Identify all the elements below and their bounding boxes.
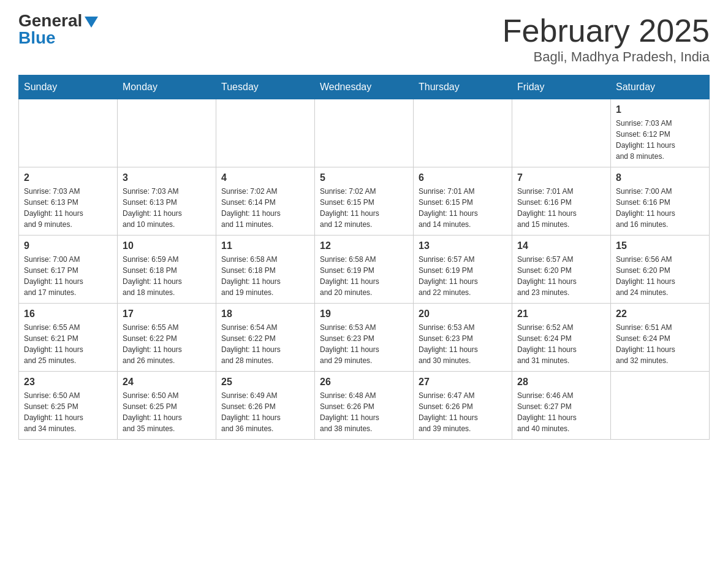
day-info: Sunrise: 6:58 AM Sunset: 6:19 PM Dayligh… bbox=[320, 254, 408, 298]
header-wednesday: Wednesday bbox=[315, 75, 414, 99]
day-number: 6 bbox=[419, 172, 507, 183]
day-info: Sunrise: 7:02 AM Sunset: 6:14 PM Dayligh… bbox=[221, 186, 309, 230]
calendar-cell-w3-d4: 13Sunrise: 6:57 AM Sunset: 6:19 PM Dayli… bbox=[414, 236, 512, 304]
calendar-cell-w4-d6: 22Sunrise: 6:51 AM Sunset: 6:24 PM Dayli… bbox=[611, 304, 710, 372]
day-number: 22 bbox=[616, 308, 704, 320]
day-number: 27 bbox=[419, 377, 507, 388]
day-number: 1 bbox=[616, 104, 704, 115]
day-info: Sunrise: 6:46 AM Sunset: 6:27 PM Dayligh… bbox=[517, 390, 605, 434]
day-info: Sunrise: 6:51 AM Sunset: 6:24 PM Dayligh… bbox=[616, 322, 704, 366]
calendar-cell-w2-d0: 2Sunrise: 7:03 AM Sunset: 6:13 PM Daylig… bbox=[19, 167, 118, 236]
calendar-cell-w4-d4: 20Sunrise: 6:53 AM Sunset: 6:23 PM Dayli… bbox=[414, 304, 512, 372]
calendar-cell-w3-d3: 12Sunrise: 6:58 AM Sunset: 6:19 PM Dayli… bbox=[315, 236, 414, 304]
calendar-cell-w3-d2: 11Sunrise: 6:58 AM Sunset: 6:18 PM Dayli… bbox=[216, 236, 315, 304]
day-number: 21 bbox=[517, 308, 605, 320]
calendar-cell-w3-d0: 9Sunrise: 7:00 AM Sunset: 6:17 PM Daylig… bbox=[19, 236, 118, 304]
day-info: Sunrise: 6:50 AM Sunset: 6:25 PM Dayligh… bbox=[24, 390, 112, 434]
calendar-cell-w5-d4: 27Sunrise: 6:47 AM Sunset: 6:26 PM Dayli… bbox=[414, 372, 512, 440]
week-row-2: 2Sunrise: 7:03 AM Sunset: 6:13 PM Daylig… bbox=[19, 167, 710, 236]
day-info: Sunrise: 6:59 AM Sunset: 6:18 PM Dayligh… bbox=[123, 254, 211, 298]
day-number: 16 bbox=[24, 308, 112, 320]
calendar-cell-w4-d3: 19Sunrise: 6:53 AM Sunset: 6:23 PM Dayli… bbox=[315, 304, 414, 372]
day-info: Sunrise: 7:02 AM Sunset: 6:15 PM Dayligh… bbox=[320, 186, 408, 230]
calendar-cell-w4-d1: 17Sunrise: 6:55 AM Sunset: 6:22 PM Dayli… bbox=[118, 304, 216, 372]
week-row-3: 9Sunrise: 7:00 AM Sunset: 6:17 PM Daylig… bbox=[19, 236, 710, 304]
week-row-1: 1Sunrise: 7:03 AM Sunset: 6:12 PM Daylig… bbox=[19, 99, 710, 167]
week-row-5: 23Sunrise: 6:50 AM Sunset: 6:25 PM Dayli… bbox=[19, 372, 710, 440]
calendar-cell-w1-d3 bbox=[315, 99, 414, 167]
day-info: Sunrise: 6:58 AM Sunset: 6:18 PM Dayligh… bbox=[221, 254, 309, 298]
day-number: 11 bbox=[221, 240, 309, 251]
title-block: February 2025 Bagli, Madhya Pradesh, Ind… bbox=[502, 12, 710, 65]
day-number: 26 bbox=[320, 377, 408, 388]
calendar-cell-w5-d2: 25Sunrise: 6:49 AM Sunset: 6:26 PM Dayli… bbox=[216, 372, 315, 440]
day-number: 13 bbox=[419, 240, 507, 251]
header-tuesday: Tuesday bbox=[216, 75, 315, 99]
day-info: Sunrise: 6:55 AM Sunset: 6:22 PM Dayligh… bbox=[123, 322, 211, 366]
day-info: Sunrise: 7:00 AM Sunset: 6:16 PM Dayligh… bbox=[616, 186, 704, 230]
day-number: 23 bbox=[24, 377, 112, 388]
day-info: Sunrise: 6:48 AM Sunset: 6:26 PM Dayligh… bbox=[320, 390, 408, 434]
header-thursday: Thursday bbox=[414, 75, 512, 99]
day-info: Sunrise: 7:03 AM Sunset: 6:12 PM Dayligh… bbox=[616, 118, 704, 162]
day-number: 15 bbox=[616, 240, 704, 251]
day-info: Sunrise: 6:47 AM Sunset: 6:26 PM Dayligh… bbox=[419, 390, 507, 434]
day-info: Sunrise: 6:56 AM Sunset: 6:20 PM Dayligh… bbox=[616, 254, 704, 298]
logo-blue-text: Blue bbox=[18, 29, 56, 47]
day-info: Sunrise: 7:03 AM Sunset: 6:13 PM Dayligh… bbox=[24, 186, 112, 230]
day-info: Sunrise: 6:49 AM Sunset: 6:26 PM Dayligh… bbox=[221, 390, 309, 434]
day-info: Sunrise: 6:55 AM Sunset: 6:21 PM Dayligh… bbox=[24, 322, 112, 366]
day-info: Sunrise: 7:01 AM Sunset: 6:16 PM Dayligh… bbox=[517, 186, 605, 230]
day-info: Sunrise: 6:57 AM Sunset: 6:19 PM Dayligh… bbox=[419, 254, 507, 298]
day-info: Sunrise: 6:52 AM Sunset: 6:24 PM Dayligh… bbox=[517, 322, 605, 366]
day-number: 19 bbox=[320, 308, 408, 320]
logo-general-text: General bbox=[18, 12, 82, 29]
day-number: 4 bbox=[221, 172, 309, 183]
day-info: Sunrise: 7:03 AM Sunset: 6:13 PM Dayligh… bbox=[123, 186, 211, 230]
calendar-cell-w5-d1: 24Sunrise: 6:50 AM Sunset: 6:25 PM Dayli… bbox=[118, 372, 216, 440]
day-number: 25 bbox=[221, 377, 309, 388]
calendar-cell-w4-d2: 18Sunrise: 6:54 AM Sunset: 6:22 PM Dayli… bbox=[216, 304, 315, 372]
calendar-cell-w2-d4: 6Sunrise: 7:01 AM Sunset: 6:15 PM Daylig… bbox=[414, 167, 512, 236]
calendar-cell-w1-d4 bbox=[414, 99, 512, 167]
calendar-cell-w1-d0 bbox=[19, 99, 118, 167]
day-number: 9 bbox=[24, 240, 112, 251]
day-number: 20 bbox=[419, 308, 507, 320]
calendar-cell-w1-d1 bbox=[118, 99, 216, 167]
header-monday: Monday bbox=[118, 75, 216, 99]
day-info: Sunrise: 6:50 AM Sunset: 6:25 PM Dayligh… bbox=[123, 390, 211, 434]
calendar-cell-w2-d1: 3Sunrise: 7:03 AM Sunset: 6:13 PM Daylig… bbox=[118, 167, 216, 236]
calendar-cell-w5-d3: 26Sunrise: 6:48 AM Sunset: 6:26 PM Dayli… bbox=[315, 372, 414, 440]
calendar-cell-w1-d5 bbox=[512, 99, 611, 167]
day-number: 10 bbox=[123, 240, 211, 251]
page-header: General Blue February 2025 Bagli, Madhya… bbox=[18, 12, 710, 65]
day-info: Sunrise: 6:57 AM Sunset: 6:20 PM Dayligh… bbox=[517, 254, 605, 298]
day-number: 5 bbox=[320, 172, 408, 183]
calendar-cell-w2-d5: 7Sunrise: 7:01 AM Sunset: 6:16 PM Daylig… bbox=[512, 167, 611, 236]
calendar-cell-w2-d2: 4Sunrise: 7:02 AM Sunset: 6:14 PM Daylig… bbox=[216, 167, 315, 236]
calendar-cell-w2-d6: 8Sunrise: 7:00 AM Sunset: 6:16 PM Daylig… bbox=[611, 167, 710, 236]
day-number: 17 bbox=[123, 308, 211, 320]
calendar-cell-w5-d0: 23Sunrise: 6:50 AM Sunset: 6:25 PM Dayli… bbox=[19, 372, 118, 440]
day-number: 14 bbox=[517, 240, 605, 251]
day-number: 2 bbox=[24, 172, 112, 183]
day-number: 12 bbox=[320, 240, 408, 251]
calendar-cell-w3-d6: 15Sunrise: 6:56 AM Sunset: 6:20 PM Dayli… bbox=[611, 236, 710, 304]
calendar-table: SundayMondayTuesdayWednesdayThursdayFrid… bbox=[18, 75, 710, 440]
calendar-cell-w5-d6 bbox=[611, 372, 710, 440]
day-info: Sunrise: 7:01 AM Sunset: 6:15 PM Dayligh… bbox=[419, 186, 507, 230]
day-number: 8 bbox=[616, 172, 704, 183]
calendar-cell-w5-d5: 28Sunrise: 6:46 AM Sunset: 6:27 PM Dayli… bbox=[512, 372, 611, 440]
calendar-cell-w2-d3: 5Sunrise: 7:02 AM Sunset: 6:15 PM Daylig… bbox=[315, 167, 414, 236]
header-friday: Friday bbox=[512, 75, 611, 99]
month-title: February 2025 bbox=[502, 12, 710, 49]
day-number: 7 bbox=[517, 172, 605, 183]
header-saturday: Saturday bbox=[611, 75, 710, 99]
calendar-header-row: SundayMondayTuesdayWednesdayThursdayFrid… bbox=[19, 75, 710, 99]
day-info: Sunrise: 6:54 AM Sunset: 6:22 PM Dayligh… bbox=[221, 322, 309, 366]
location-title: Bagli, Madhya Pradesh, India bbox=[502, 49, 710, 65]
day-number: 28 bbox=[517, 377, 605, 388]
calendar-cell-w4-d5: 21Sunrise: 6:52 AM Sunset: 6:24 PM Dayli… bbox=[512, 304, 611, 372]
calendar-cell-w1-d6: 1Sunrise: 7:03 AM Sunset: 6:12 PM Daylig… bbox=[611, 99, 710, 167]
calendar-cell-w4-d0: 16Sunrise: 6:55 AM Sunset: 6:21 PM Dayli… bbox=[19, 304, 118, 372]
